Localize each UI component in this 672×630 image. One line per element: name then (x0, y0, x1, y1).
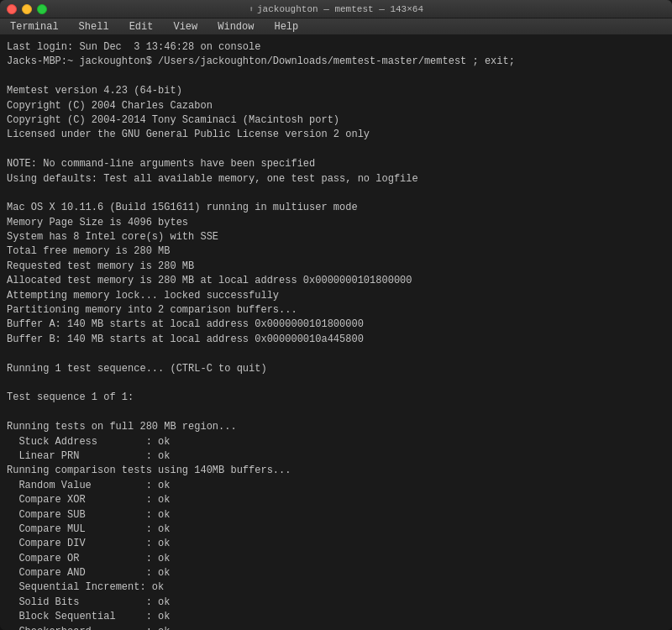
title-arrow-icon: ⬆ (249, 4, 254, 14)
menu-item-help[interactable]: Help (270, 19, 302, 34)
close-button[interactable] (7, 4, 17, 14)
window-title: ⬆ jackoughton — memtest — 143×64 (249, 4, 423, 14)
menu-item-edit[interactable]: Edit (126, 19, 157, 34)
menu-bar: Terminal Shell Edit View Window Help (0, 18, 672, 35)
terminal-output: Last login: Sun Dec 3 13:46:28 on consol… (7, 40, 665, 630)
menu-item-view[interactable]: View (170, 19, 201, 34)
menu-item-terminal[interactable]: Terminal (7, 19, 62, 34)
terminal-body[interactable]: Last login: Sun Dec 3 13:46:28 on consol… (0, 35, 672, 630)
title-text: jackoughton — memtest — 143×64 (257, 4, 423, 14)
menu-item-shell[interactable]: Shell (76, 19, 113, 34)
traffic-lights (7, 4, 47, 14)
terminal-window: ⬆ jackoughton — memtest — 143×64 Termina… (0, 0, 672, 630)
maximize-button[interactable] (37, 4, 47, 14)
menu-item-window[interactable]: Window (214, 19, 257, 34)
minimize-button[interactable] (22, 4, 32, 14)
title-bar: ⬆ jackoughton — memtest — 143×64 (0, 0, 672, 18)
